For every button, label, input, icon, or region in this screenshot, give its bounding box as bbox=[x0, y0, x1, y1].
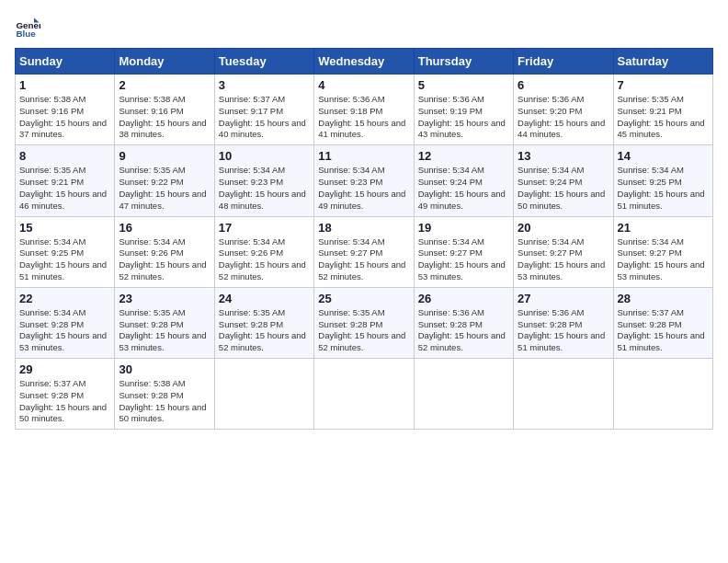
day-number: 5 bbox=[418, 78, 509, 92]
calendar-cell: 25 Sunrise: 5:35 AM Sunset: 9:28 PM Dayl… bbox=[314, 287, 414, 358]
day-info: Sunrise: 5:36 AM Sunset: 9:28 PM Dayligh… bbox=[518, 307, 609, 354]
logo-icon: General Blue bbox=[15, 15, 40, 40]
calendar-cell: 29 Sunrise: 5:37 AM Sunset: 9:28 PM Dayl… bbox=[16, 359, 115, 430]
day-number: 16 bbox=[119, 221, 210, 235]
day-number: 26 bbox=[418, 292, 509, 305]
day-info: Sunrise: 5:34 AM Sunset: 9:24 PM Dayligh… bbox=[518, 165, 609, 212]
day-info: Sunrise: 5:34 AM Sunset: 9:27 PM Dayligh… bbox=[318, 236, 409, 283]
calendar-cell: 23 Sunrise: 5:35 AM Sunset: 9:28 PM Dayl… bbox=[115, 287, 214, 358]
day-number: 6 bbox=[518, 78, 609, 92]
calendar-week-3: 15 Sunrise: 5:34 AM Sunset: 9:25 PM Dayl… bbox=[16, 216, 713, 287]
day-number: 22 bbox=[19, 292, 110, 305]
day-info: Sunrise: 5:37 AM Sunset: 9:28 PM Dayligh… bbox=[19, 378, 110, 425]
day-number: 23 bbox=[119, 292, 210, 305]
calendar-cell: 14 Sunrise: 5:34 AM Sunset: 9:25 PM Dayl… bbox=[613, 145, 712, 216]
calendar-cell: 24 Sunrise: 5:35 AM Sunset: 9:28 PM Dayl… bbox=[214, 287, 313, 358]
day-number: 15 bbox=[19, 221, 110, 235]
calendar-cell: 20 Sunrise: 5:34 AM Sunset: 9:27 PM Dayl… bbox=[514, 216, 613, 287]
calendar-cell: 28 Sunrise: 5:37 AM Sunset: 9:28 PM Dayl… bbox=[613, 287, 712, 358]
day-number: 13 bbox=[518, 149, 609, 163]
calendar-cell: 15 Sunrise: 5:34 AM Sunset: 9:25 PM Dayl… bbox=[16, 216, 115, 287]
day-info: Sunrise: 5:37 AM Sunset: 9:28 PM Dayligh… bbox=[618, 307, 709, 354]
day-info: Sunrise: 5:34 AM Sunset: 9:25 PM Dayligh… bbox=[618, 165, 709, 212]
weekday-header-thursday: Thursday bbox=[414, 49, 513, 75]
day-info: Sunrise: 5:34 AM Sunset: 9:26 PM Dayligh… bbox=[119, 236, 210, 283]
day-info: Sunrise: 5:36 AM Sunset: 9:19 PM Dayligh… bbox=[418, 94, 509, 141]
calendar-table: SundayMondayTuesdayWednesdayThursdayFrid… bbox=[15, 48, 713, 430]
calendar-cell: 26 Sunrise: 5:36 AM Sunset: 9:28 PM Dayl… bbox=[414, 287, 513, 358]
weekday-header-wednesday: Wednesday bbox=[314, 49, 414, 75]
calendar-cell: 30 Sunrise: 5:38 AM Sunset: 9:28 PM Dayl… bbox=[115, 359, 214, 430]
day-number: 4 bbox=[318, 78, 409, 92]
calendar-cell bbox=[514, 359, 613, 430]
day-info: Sunrise: 5:34 AM Sunset: 9:26 PM Dayligh… bbox=[219, 236, 310, 283]
calendar-cell: 13 Sunrise: 5:34 AM Sunset: 9:24 PM Dayl… bbox=[514, 145, 613, 216]
calendar-week-5: 29 Sunrise: 5:37 AM Sunset: 9:28 PM Dayl… bbox=[16, 359, 713, 430]
day-info: Sunrise: 5:35 AM Sunset: 9:21 PM Dayligh… bbox=[618, 94, 709, 141]
weekday-header-row: SundayMondayTuesdayWednesdayThursdayFrid… bbox=[16, 49, 713, 75]
day-number: 18 bbox=[318, 221, 409, 235]
day-info: Sunrise: 5:35 AM Sunset: 9:22 PM Dayligh… bbox=[119, 165, 210, 212]
day-info: Sunrise: 5:38 AM Sunset: 9:16 PM Dayligh… bbox=[19, 94, 110, 141]
day-info: Sunrise: 5:34 AM Sunset: 9:23 PM Dayligh… bbox=[219, 165, 310, 212]
calendar-cell bbox=[414, 359, 513, 430]
weekday-header-friday: Friday bbox=[514, 49, 613, 75]
day-info: Sunrise: 5:34 AM Sunset: 9:23 PM Dayligh… bbox=[318, 165, 409, 212]
day-info: Sunrise: 5:37 AM Sunset: 9:17 PM Dayligh… bbox=[219, 94, 310, 141]
day-number: 19 bbox=[418, 221, 509, 235]
day-number: 27 bbox=[518, 292, 609, 305]
weekday-header-saturday: Saturday bbox=[613, 49, 712, 75]
calendar-cell: 6 Sunrise: 5:36 AM Sunset: 9:20 PM Dayli… bbox=[514, 75, 613, 145]
day-number: 2 bbox=[119, 78, 210, 92]
calendar-cell: 17 Sunrise: 5:34 AM Sunset: 9:26 PM Dayl… bbox=[214, 216, 313, 287]
day-number: 1 bbox=[19, 78, 110, 92]
calendar-cell: 3 Sunrise: 5:37 AM Sunset: 9:17 PM Dayli… bbox=[214, 75, 313, 145]
day-info: Sunrise: 5:34 AM Sunset: 9:24 PM Dayligh… bbox=[418, 165, 509, 212]
calendar-cell: 2 Sunrise: 5:38 AM Sunset: 9:16 PM Dayli… bbox=[115, 75, 214, 145]
calendar-week-2: 8 Sunrise: 5:35 AM Sunset: 9:21 PM Dayli… bbox=[16, 145, 713, 216]
calendar-cell: 9 Sunrise: 5:35 AM Sunset: 9:22 PM Dayli… bbox=[115, 145, 214, 216]
calendar-week-4: 22 Sunrise: 5:34 AM Sunset: 9:28 PM Dayl… bbox=[16, 287, 713, 358]
calendar-cell bbox=[314, 359, 414, 430]
day-number: 3 bbox=[219, 78, 310, 92]
day-info: Sunrise: 5:34 AM Sunset: 9:28 PM Dayligh… bbox=[19, 307, 110, 354]
day-info: Sunrise: 5:38 AM Sunset: 9:16 PM Dayligh… bbox=[119, 94, 210, 141]
day-info: Sunrise: 5:36 AM Sunset: 9:18 PM Dayligh… bbox=[318, 94, 409, 141]
calendar-cell: 4 Sunrise: 5:36 AM Sunset: 9:18 PM Dayli… bbox=[314, 75, 414, 145]
weekday-header-monday: Monday bbox=[115, 49, 214, 75]
day-number: 20 bbox=[518, 221, 609, 235]
calendar-cell bbox=[613, 359, 712, 430]
day-info: Sunrise: 5:34 AM Sunset: 9:27 PM Dayligh… bbox=[618, 236, 709, 283]
day-info: Sunrise: 5:35 AM Sunset: 9:28 PM Dayligh… bbox=[318, 307, 409, 354]
calendar-cell: 12 Sunrise: 5:34 AM Sunset: 9:24 PM Dayl… bbox=[414, 145, 513, 216]
calendar-cell: 16 Sunrise: 5:34 AM Sunset: 9:26 PM Dayl… bbox=[115, 216, 214, 287]
day-info: Sunrise: 5:36 AM Sunset: 9:28 PM Dayligh… bbox=[418, 307, 509, 354]
day-info: Sunrise: 5:34 AM Sunset: 9:25 PM Dayligh… bbox=[19, 236, 110, 283]
day-number: 30 bbox=[119, 362, 210, 376]
day-info: Sunrise: 5:35 AM Sunset: 9:28 PM Dayligh… bbox=[219, 307, 310, 354]
day-info: Sunrise: 5:35 AM Sunset: 9:21 PM Dayligh… bbox=[19, 165, 110, 212]
weekday-header-tuesday: Tuesday bbox=[214, 49, 313, 75]
day-info: Sunrise: 5:34 AM Sunset: 9:27 PM Dayligh… bbox=[418, 236, 509, 283]
calendar-cell: 18 Sunrise: 5:34 AM Sunset: 9:27 PM Dayl… bbox=[314, 216, 414, 287]
day-number: 14 bbox=[618, 149, 709, 163]
calendar-cell: 19 Sunrise: 5:34 AM Sunset: 9:27 PM Dayl… bbox=[414, 216, 513, 287]
page-header: General Blue bbox=[15, 15, 713, 40]
logo: General Blue bbox=[15, 15, 40, 40]
day-number: 17 bbox=[219, 221, 310, 235]
calendar-cell: 27 Sunrise: 5:36 AM Sunset: 9:28 PM Dayl… bbox=[514, 287, 613, 358]
day-number: 21 bbox=[618, 221, 709, 235]
day-number: 28 bbox=[618, 292, 709, 305]
day-number: 29 bbox=[19, 362, 110, 376]
calendar-cell: 21 Sunrise: 5:34 AM Sunset: 9:27 PM Dayl… bbox=[613, 216, 712, 287]
day-info: Sunrise: 5:34 AM Sunset: 9:27 PM Dayligh… bbox=[518, 236, 609, 283]
day-number: 12 bbox=[418, 149, 509, 163]
calendar-cell bbox=[214, 359, 313, 430]
weekday-header-sunday: Sunday bbox=[16, 49, 115, 75]
calendar-cell: 5 Sunrise: 5:36 AM Sunset: 9:19 PM Dayli… bbox=[414, 75, 513, 145]
calendar-cell: 10 Sunrise: 5:34 AM Sunset: 9:23 PM Dayl… bbox=[214, 145, 313, 216]
calendar-cell: 11 Sunrise: 5:34 AM Sunset: 9:23 PM Dayl… bbox=[314, 145, 414, 216]
calendar-cell: 8 Sunrise: 5:35 AM Sunset: 9:21 PM Dayli… bbox=[16, 145, 115, 216]
day-number: 24 bbox=[219, 292, 310, 305]
calendar-cell: 1 Sunrise: 5:38 AM Sunset: 9:16 PM Dayli… bbox=[16, 75, 115, 145]
